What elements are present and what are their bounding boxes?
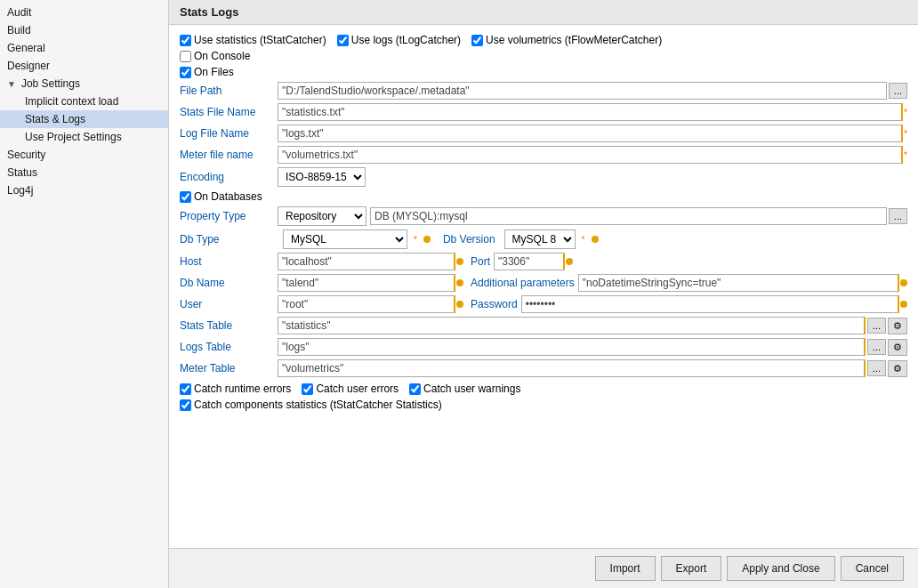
bottom-bar: Import Export Apply and Close Cancel [169,548,918,588]
password-indicator [900,301,907,308]
catch-user-errors-input[interactable] [302,383,313,395]
db-type-row: Db Type MySQL PostgreSQL Oracle MSSQL * … [180,230,907,249]
host-input[interactable] [278,253,455,270]
catch-user-errors-checkbox[interactable]: Catch user errors [302,383,399,395]
db-version-select[interactable]: MySQL 8 MySQL 5 MySQL 4 [504,230,576,249]
status-label: Status [7,166,37,179]
sidebar-item-designer[interactable]: Designer [0,57,168,75]
meter-table-input[interactable] [278,359,866,377]
user-password-row: User Password [180,295,907,313]
use-statistics-checkbox[interactable]: Use statistics (tStatCatcher) [180,34,326,46]
sidebar-item-status[interactable]: Status [0,164,168,181]
stats-table-label: Stats Table [180,319,278,332]
catch-components-checkbox[interactable]: Catch components statistics (tStatCatche… [180,399,442,411]
catch-user-warnings-label: Catch user warnings [423,383,520,395]
db-connection-input[interactable] [370,207,887,225]
property-type-row: Property Type Repository Built-In ... [180,206,907,226]
log-file-name-input[interactable] [278,125,903,142]
on-databases-row: On Databases [180,190,907,203]
logs-table-dots-button[interactable]: ... [867,339,886,355]
use-statistics-label: Use statistics (tStatCatcher) [194,34,326,46]
catch-runtime-checkbox[interactable]: Catch runtime errors [180,383,291,395]
db-name-indicator [456,279,463,286]
encoding-select[interactable]: ISO-8859-15 UTF-8 UTF-16 ASCII [278,167,366,187]
port-label: Port [471,255,490,268]
on-console-input[interactable] [180,51,191,62]
sidebar-item-stats-logs[interactable]: Stats & Logs [0,110,168,128]
sidebar: Audit Build General Designer ▼ Job Setti… [0,0,169,588]
catch-components-input[interactable] [180,399,191,411]
stats-table-gear-button[interactable]: ⚙ [888,318,907,334]
cancel-button[interactable]: Cancel [841,556,904,581]
sidebar-item-job-settings[interactable]: ▼ Job Settings [0,75,168,93]
use-statistics-input[interactable] [180,35,191,46]
host-port-row: Host Port [180,253,907,270]
audit-label: Audit [7,6,31,19]
meter-table-dots-button[interactable]: ... [867,360,886,376]
sidebar-item-general[interactable]: General [0,39,168,57]
file-path-input[interactable] [278,82,887,100]
implicit-context-label: Implicit context load [25,95,118,108]
use-volumetrics-checkbox[interactable]: Use volumetrics (tFlowMeterCatcher) [471,34,662,46]
port-input[interactable] [494,253,565,270]
content-header: Stats Logs [169,0,918,25]
meter-file-name-row: Meter file name * [180,146,907,164]
user-indicator [456,301,463,308]
on-databases-input[interactable] [180,191,191,203]
user-input[interactable] [278,295,455,313]
stats-file-name-input[interactable] [278,103,903,121]
additional-params-input[interactable] [578,274,899,292]
on-files-checkbox[interactable]: On Files [180,66,234,78]
use-logs-input[interactable] [337,35,349,46]
page-title: Stats Logs [180,5,907,19]
file-path-label: File Path [180,85,278,97]
import-button[interactable]: Import [595,556,656,581]
content-body: Use statistics (tStatCatcher) Use logs (… [169,25,918,423]
stats-table-input[interactable] [278,317,866,334]
logs-table-gear-button[interactable]: ⚙ [888,339,907,356]
on-files-input[interactable] [180,67,191,78]
db-name-input[interactable] [278,274,455,292]
db-name-label: Db Name [180,277,278,289]
sidebar-item-implicit-context[interactable]: Implicit context load [0,93,168,110]
third-checkboxes-row: On Files [180,66,907,78]
on-databases-checkbox[interactable]: On Databases [180,190,262,203]
catch-runtime-input[interactable] [180,383,191,395]
stats-file-name-row: Stats File Name * [180,103,907,121]
on-files-label: On Files [194,66,234,78]
security-label: Security [7,149,45,161]
user-label: User [180,298,278,310]
log-file-name-label: Log File Name [180,127,278,140]
use-volumetrics-input[interactable] [471,35,483,46]
host-indicator [456,258,463,265]
db-connection-browse-button[interactable]: ... [889,208,907,224]
meter-file-name-input[interactable] [278,146,903,164]
stats-table-row: Stats Table ... ⚙ [180,317,907,334]
apply-close-button[interactable]: Apply and Close [727,556,834,581]
file-path-browse-button[interactable]: ... [889,83,907,99]
sidebar-item-build[interactable]: Build [0,21,168,39]
catch-user-warnings-checkbox[interactable]: Catch user warnings [409,383,520,395]
on-console-checkbox[interactable]: On Console [180,50,250,62]
use-logs-checkbox[interactable]: Use logs (tLogCatcher) [337,34,461,46]
sidebar-item-log4j[interactable]: Log4j [0,181,168,199]
second-checkboxes-row: On Console [180,50,907,62]
meter-file-name-label: Meter file name [180,149,278,161]
export-button[interactable]: Export [661,556,722,581]
db-type-label: Db Type [180,233,278,246]
logs-table-input[interactable] [278,338,866,356]
bottom-checkboxes-row2: Catch components statistics (tStatCatche… [180,399,907,411]
stats-table-dots-button[interactable]: ... [867,318,886,334]
sidebar-item-security[interactable]: Security [0,146,168,164]
meter-table-gear-button[interactable]: ⚙ [888,360,907,377]
host-label: Host [180,255,278,268]
build-label: Build [7,24,31,36]
top-checkboxes-row: Use statistics (tStatCatcher) Use logs (… [180,34,907,46]
sidebar-item-use-project-settings[interactable]: Use Project Settings [0,128,168,146]
catch-user-warnings-input[interactable] [409,383,421,395]
general-label: General [7,42,45,54]
sidebar-item-audit[interactable]: Audit [0,4,168,21]
property-type-select[interactable]: Repository Built-In [278,206,366,226]
db-type-select[interactable]: MySQL PostgreSQL Oracle MSSQL [283,230,407,249]
password-input[interactable] [521,295,899,313]
